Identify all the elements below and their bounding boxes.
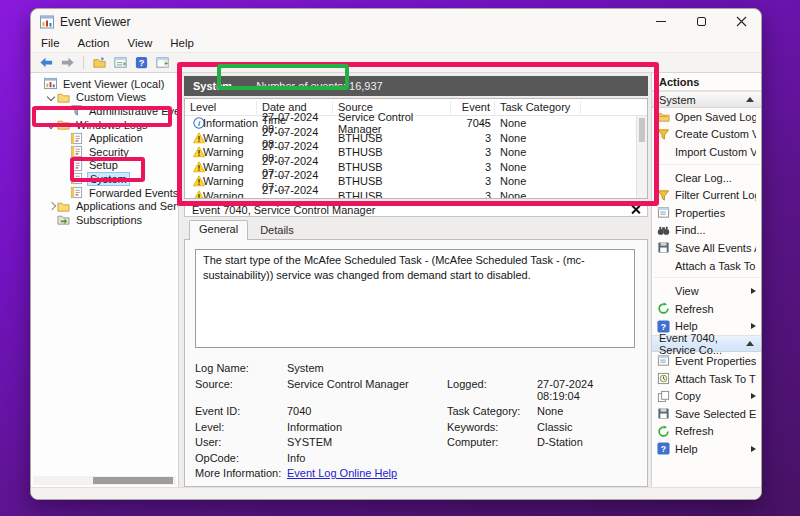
table-row[interactable]: Warning27-07-2024 07:...BTHUSB3None [185, 174, 647, 189]
tree-scrollbar-thumb[interactable] [93, 477, 173, 484]
action-label: Save All Events As... [675, 242, 756, 254]
tab-details[interactable]: Details [251, 220, 303, 239]
cell-source: BTHUSB [333, 175, 451, 187]
tree-item-custom-views[interactable]: Custom Views [31, 91, 178, 105]
field-label [447, 362, 537, 374]
action-save-all-events-as[interactable]: Save All Events As... [652, 239, 761, 257]
table-row[interactable]: Warning27-07-2024 07:...BTHUSB3None [185, 160, 647, 175]
toolbar: ? [31, 52, 761, 73]
save-icon [657, 407, 670, 420]
table-row[interactable]: Warning27-07-2024 07:...BTHUSB3None [185, 189, 647, 200]
events-scrollbar-thumb[interactable] [639, 118, 645, 142]
chevron-right-icon[interactable] [47, 201, 57, 211]
submenu-arrow-icon [751, 323, 756, 329]
action-help[interactable]: ?Help [652, 440, 761, 458]
level-text: Warning [203, 146, 244, 158]
cell-level: iInformation [185, 117, 257, 129]
minimize-button[interactable] [641, 9, 681, 34]
action-label: Create Custom Vie... [675, 128, 756, 140]
tree-item-event-viewer-local[interactable]: Event Viewer (Local) [31, 77, 178, 91]
tree-item-label: Windows Logs [74, 119, 150, 131]
table-row[interactable]: Warning27-07-2024 08:...BTHUSB3None [185, 145, 647, 160]
actions-section-system[interactable]: System [652, 91, 761, 108]
event-viewer-window: Event Viewer File Action View Help ? Ev [30, 8, 762, 500]
properties-icon[interactable] [113, 55, 128, 70]
close-preview-icon[interactable] [631, 205, 640, 214]
submenu-arrow-icon [751, 393, 756, 399]
tree-item-setup[interactable]: Setup [31, 159, 178, 173]
tree-item-administrative-events[interactable]: Administrative Events [31, 104, 178, 118]
action-event-properties[interactable]: Event Properties [652, 352, 761, 370]
maximize-button[interactable] [681, 9, 721, 34]
cell-level: Warning [185, 146, 257, 158]
tree-item-security[interactable]: Security [31, 145, 178, 159]
action-clear-log[interactable]: Clear Log... [652, 169, 761, 187]
action-filter-current-log[interactable]: Filter Current Log... [652, 186, 761, 204]
action-refresh[interactable]: Refresh [652, 300, 761, 318]
tree-item-application[interactable]: Application [31, 131, 178, 145]
cell-level: Warning [185, 132, 257, 144]
field-label: User: [195, 436, 287, 448]
column-header-task-category[interactable]: Task Category [495, 101, 581, 114]
field-label: Task Category: [447, 405, 537, 417]
field-value: D-Station [537, 436, 635, 448]
chevron-down-icon[interactable] [47, 92, 57, 102]
tree-item-system[interactable]: System [31, 172, 178, 186]
table-row[interactable]: iInformation27-07-2024 08:...Service Con… [185, 116, 647, 131]
action-pane-icon[interactable] [155, 55, 170, 70]
menu-help[interactable]: Help [170, 37, 194, 49]
action-find[interactable]: Find... [652, 222, 761, 240]
action-import-custom-vi[interactable]: Import Custom Vi... [652, 143, 761, 161]
close-button[interactable] [721, 9, 761, 34]
action-properties[interactable]: Properties [652, 204, 761, 222]
menu-action[interactable]: Action [78, 37, 110, 49]
console-tree-icon[interactable] [92, 55, 107, 70]
event-log-online-help-link[interactable]: Event Log Online Help [287, 467, 397, 479]
action-save-selected-eve[interactable]: Save Selected Eve... [652, 405, 761, 423]
tree-item-forwarded-events[interactable]: Forwarded Events [31, 186, 178, 200]
forward-icon[interactable] [60, 55, 75, 70]
action-copy[interactable]: Copy [652, 387, 761, 405]
column-header-filler [581, 101, 647, 114]
chevron-down-icon[interactable] [47, 120, 57, 130]
field-value: Info [287, 452, 447, 464]
tree-item-windows-logs[interactable]: Windows Logs [31, 118, 178, 132]
tree-item-applications-and-services-lo[interactable]: Applications and Services Lo [31, 199, 178, 213]
svg-text:?: ? [139, 58, 145, 68]
cell-task-category: None [495, 175, 581, 187]
cell-source: BTHUSB [333, 161, 451, 173]
action-attach-task-to-thi[interactable]: Attach Task To Thi... [652, 370, 761, 388]
events-vertical-scrollbar[interactable] [636, 116, 647, 198]
column-header-level[interactable]: Level [185, 101, 257, 114]
minimize-icon [656, 21, 666, 22]
tree-item-subscriptions[interactable]: Subscriptions [31, 213, 178, 227]
content-area: Event Viewer (Local)Custom ViewsAdminist… [31, 73, 761, 487]
action-refresh[interactable]: Refresh [652, 423, 761, 441]
cell-source: BTHUSB [333, 132, 451, 144]
menu-file[interactable]: File [41, 37, 60, 49]
table-row[interactable]: Warning27-07-2024 08:...BTHUSB3None [185, 131, 647, 146]
tree-item-label: Application [87, 132, 145, 144]
field-value [537, 362, 635, 374]
action-label: Help [675, 320, 698, 332]
menu-view[interactable]: View [128, 37, 153, 49]
log-icon [70, 172, 84, 185]
action-attach-a-task-to-t[interactable]: Attach a Task To t... [652, 257, 761, 275]
action-open-saved-log[interactable]: Open Saved Log... [652, 108, 761, 126]
help-icon[interactable]: ? [134, 55, 149, 70]
action-create-custom-vie[interactable]: Create Custom Vie... [652, 126, 761, 144]
action-view[interactable]: View [652, 282, 761, 300]
action-label: Save Selected Eve... [675, 408, 756, 420]
field-label: Log Name: [195, 362, 287, 374]
tab-general[interactable]: General [189, 220, 248, 240]
back-icon[interactable] [39, 55, 54, 70]
action-label: Open Saved Log... [675, 111, 756, 123]
evroot-icon [44, 77, 58, 90]
level-text: Warning [203, 175, 244, 187]
level-text: Warning [203, 132, 244, 144]
actions-section-event-7040-service-co[interactable]: Event 7040, Service Co... [652, 335, 761, 352]
action-label: Refresh [675, 425, 714, 437]
tree-horizontal-scrollbar[interactable] [33, 476, 176, 485]
column-header-event-id[interactable]: Event ... [451, 101, 495, 114]
actions-section-label: Event 7040, Service Co... [659, 332, 746, 356]
